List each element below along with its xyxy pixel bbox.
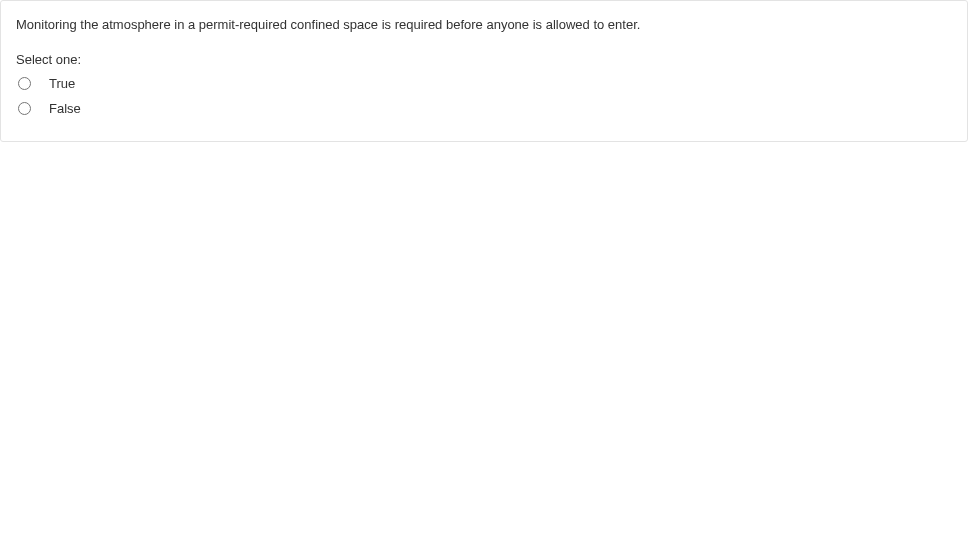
question-container: Monitoring the atmosphere in a permit-re… (0, 0, 968, 142)
radio-true[interactable] (18, 77, 31, 90)
select-prompt: Select one: (16, 52, 952, 67)
option-row-false: False (16, 98, 952, 119)
option-label-true[interactable]: True (49, 76, 75, 91)
radio-false[interactable] (18, 102, 31, 115)
option-label-false[interactable]: False (49, 101, 81, 116)
question-text: Monitoring the atmosphere in a permit-re… (16, 16, 952, 34)
option-row-true: True (16, 73, 952, 94)
